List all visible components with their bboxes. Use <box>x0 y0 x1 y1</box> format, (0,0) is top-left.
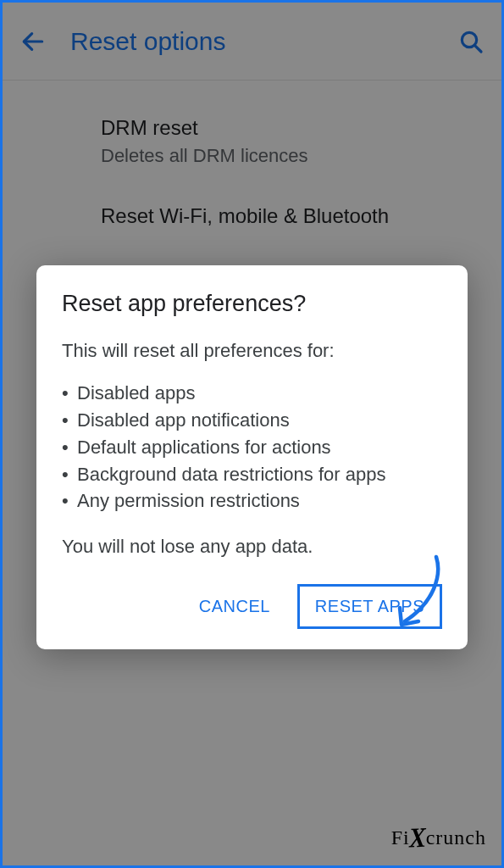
reset-apps-button[interactable]: RESET APPS <box>297 584 442 629</box>
dialog-bullet: Default applications for actions <box>62 434 442 461</box>
cancel-button[interactable]: CANCEL <box>187 587 282 626</box>
dialog-bullet: Disabled app notifications <box>62 407 442 434</box>
reset-app-prefs-dialog: Reset app preferences? This will reset a… <box>36 265 468 649</box>
dialog-footer-text: You will not lose any app data. <box>62 533 442 560</box>
dialog-bullet-list: Disabled apps Disabled app notifications… <box>62 380 442 515</box>
dialog-bullet: Any permission restrictions <box>62 487 442 515</box>
dialog-bullet: Disabled apps <box>62 380 442 407</box>
dialog-actions: CANCEL RESET APPS <box>62 584 442 629</box>
dialog-bullet: Background data restrictions for apps <box>62 461 442 488</box>
dialog-title: Reset app preferences? <box>62 291 442 317</box>
dialog-intro: This will reset all preferences for: <box>62 337 442 364</box>
dialog-body: This will reset all preferences for: Dis… <box>62 337 442 560</box>
